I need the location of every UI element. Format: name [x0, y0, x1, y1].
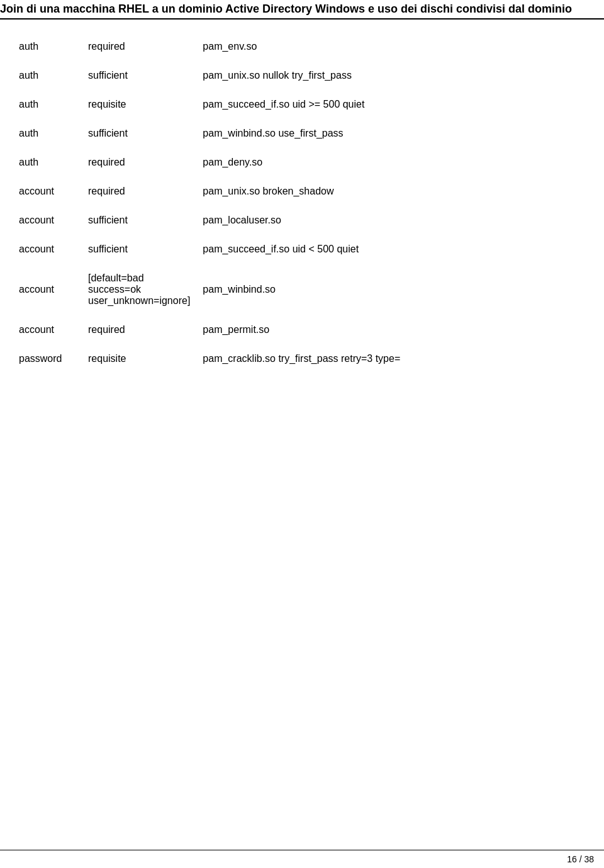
cell-4-2: pam_deny.so	[196, 148, 591, 177]
cell-6-1: sufficient	[82, 206, 196, 235]
table-row: account[default=bad success=ok user_unkn…	[13, 264, 591, 315]
cell-5-1: required	[82, 177, 196, 206]
title-bar: Join di una macchina RHEL a un dominio A…	[0, 0, 604, 20]
table-row: accountrequiredpam_permit.so	[13, 315, 591, 344]
cell-9-0: account	[13, 315, 82, 344]
cell-2-1: requisite	[82, 90, 196, 119]
cell-0-1: required	[82, 32, 196, 61]
cell-10-2: pam_cracklib.so try_first_pass retry=3 t…	[196, 344, 591, 373]
config-table: authrequiredpam_env.soauthsufficientpam_…	[13, 32, 591, 373]
cell-1-0: auth	[13, 61, 82, 90]
cell-0-0: auth	[13, 32, 82, 61]
table-row: passwordrequisitepam_cracklib.so try_fir…	[13, 344, 591, 373]
table-row: accountrequiredpam_unix.so broken_shadow	[13, 177, 591, 206]
cell-6-2: pam_localuser.so	[196, 206, 591, 235]
table-row: authrequiredpam_env.so	[13, 32, 591, 61]
cell-6-0: account	[13, 206, 82, 235]
cell-2-2: pam_succeed_if.so uid >= 500 quiet	[196, 90, 591, 119]
table-row: authrequiredpam_deny.so	[13, 148, 591, 177]
cell-2-0: auth	[13, 90, 82, 119]
cell-3-0: auth	[13, 119, 82, 148]
table-row: accountsufficientpam_localuser.so	[13, 206, 591, 235]
table-row: authsufficientpam_unix.so nullok try_fir…	[13, 61, 591, 90]
cell-9-2: pam_permit.so	[196, 315, 591, 344]
cell-9-1: required	[82, 315, 196, 344]
table-row: accountsufficientpam_succeed_if.so uid <…	[13, 235, 591, 264]
cell-7-2: pam_succeed_if.so uid < 500 quiet	[196, 235, 591, 264]
cell-8-2: pam_winbind.so	[196, 264, 591, 315]
cell-5-2: pam_unix.so broken_shadow	[196, 177, 591, 206]
page-footer: 16 / 38	[0, 850, 604, 868]
cell-4-0: auth	[13, 148, 82, 177]
page-title: Join di una macchina RHEL a un dominio A…	[0, 3, 572, 15]
content-area: authrequiredpam_env.soauthsufficientpam_…	[0, 20, 604, 411]
cell-7-0: account	[13, 235, 82, 264]
table-row: authrequisitepam_succeed_if.so uid >= 50…	[13, 90, 591, 119]
cell-5-0: account	[13, 177, 82, 206]
cell-8-1: [default=bad success=ok user_unknown=ign…	[82, 264, 196, 315]
cell-7-1: sufficient	[82, 235, 196, 264]
cell-4-1: required	[82, 148, 196, 177]
cell-10-1: requisite	[82, 344, 196, 373]
pagination: 16 / 38	[567, 854, 594, 864]
table-row: authsufficientpam_winbind.so use_first_p…	[13, 119, 591, 148]
cell-3-2: pam_winbind.so use_first_pass	[196, 119, 591, 148]
cell-0-2: pam_env.so	[196, 32, 591, 61]
cell-1-1: sufficient	[82, 61, 196, 90]
cell-8-0: account	[13, 264, 82, 315]
cell-3-1: sufficient	[82, 119, 196, 148]
cell-10-0: password	[13, 344, 82, 373]
cell-1-2: pam_unix.so nullok try_first_pass	[196, 61, 591, 90]
